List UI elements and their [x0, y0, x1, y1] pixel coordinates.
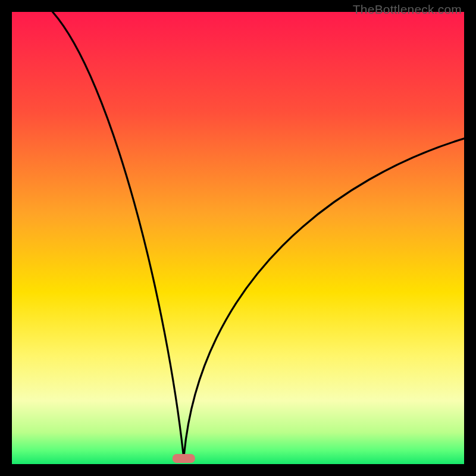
chart-background: [12, 12, 464, 464]
watermark-text: TheBottleneck.com: [353, 2, 462, 17]
chart-frame: [12, 12, 464, 464]
bottleneck-chart: [12, 12, 464, 464]
vertex-marker: [173, 454, 195, 463]
